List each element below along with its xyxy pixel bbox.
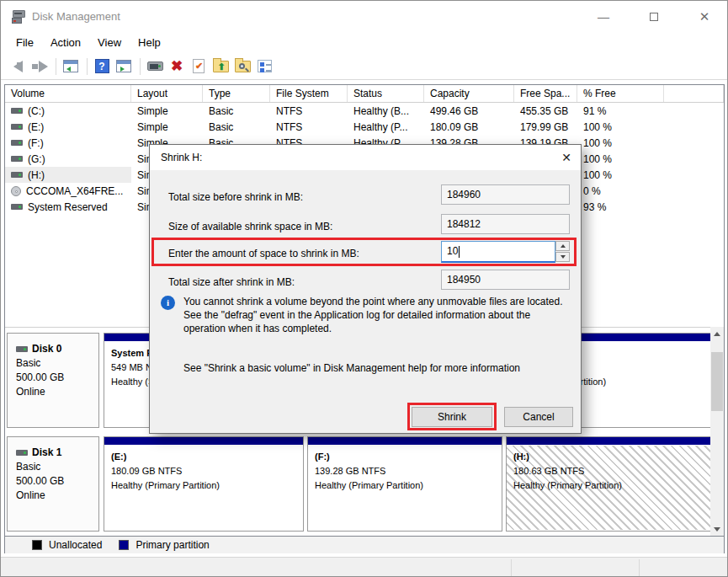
volume-name: System Reserved [28, 201, 108, 213]
total-before-label: Total size before shrink in MB: [168, 191, 303, 203]
partition-f[interactable]: (F:) 139.28 GB NTFS Healthy (Primary Par… [307, 436, 502, 532]
disk-name: Disk 0 [32, 342, 61, 356]
stepper-down-icon[interactable] [555, 252, 570, 262]
shrink-amount-input[interactable]: 10 [441, 241, 555, 263]
cell-status: Healthy (B... [348, 105, 424, 117]
column-pct-free[interactable]: % Free [577, 85, 664, 102]
menu-help[interactable]: Help [130, 33, 169, 53]
partition-status: Healthy (Primary Partition) [513, 478, 710, 493]
scroll-up-icon[interactable] [710, 327, 724, 340]
column-layout[interactable]: Layout [131, 85, 203, 102]
back-icon[interactable] [8, 56, 28, 77]
volume-name: (C:) [28, 105, 45, 117]
total-after-field: 184950 [441, 270, 570, 290]
partition-status: Healthy (Primary Partition) [111, 478, 303, 493]
scrollbar-thumb[interactable] [711, 352, 723, 411]
drive-icon [11, 124, 23, 130]
available-space-label: Size of available shrink space in MB: [168, 221, 332, 232]
folder-search-icon[interactable] [232, 56, 252, 77]
stepper-up-icon[interactable] [555, 241, 570, 251]
drive-icon [11, 156, 23, 162]
column-type[interactable]: Type [203, 85, 270, 102]
device-popup-icon[interactable] [145, 56, 165, 77]
toolbar-separator [56, 58, 56, 75]
dialog-close-icon[interactable]: ✕ [552, 145, 581, 170]
maximize-button[interactable] [635, 6, 673, 28]
toolbar: ? ✖ ✔ ⬆ [1, 53, 727, 80]
partition-name: (F:) [315, 450, 502, 464]
column-capacity[interactable]: Capacity [424, 85, 514, 102]
disk-status: Online [16, 489, 98, 503]
forward-icon[interactable] [29, 56, 50, 77]
shrink-button[interactable]: Shrink [412, 407, 492, 427]
column-filler [664, 85, 724, 102]
disk-1-row: Disk 1 Basic 500.00 GB Online (E:) 180.0… [5, 435, 712, 533]
cancel-button[interactable]: Cancel [504, 407, 573, 427]
cd-icon [11, 186, 21, 196]
cell-free: 179.99 GB [514, 121, 577, 133]
action-pane-icon[interactable] [114, 56, 134, 77]
table-row[interactable]: (C:) Simple Basic NTFS Healthy (B... 499… [5, 103, 724, 119]
drive-icon [11, 204, 23, 210]
status-bar [1, 557, 727, 577]
cell-type: Basic [203, 105, 270, 117]
disk-size: 500.00 GB [16, 371, 98, 385]
close-button[interactable]: ✕ [685, 6, 724, 28]
shrink-amount-stepper [555, 241, 570, 263]
checklist-icon[interactable] [254, 56, 274, 77]
volume-name: (F:) [28, 137, 44, 149]
shrink-amount-value: 10 [447, 242, 458, 261]
primary-partition-swatch [119, 540, 129, 550]
partition-status: Healthy (Primary Partition) [315, 478, 502, 493]
properties-check-icon[interactable]: ✔ [189, 56, 209, 77]
disk-icon [16, 346, 28, 352]
scroll-down-icon[interactable] [710, 522, 724, 536]
vertical-scrollbar[interactable] [710, 327, 724, 536]
partition-color-bar [507, 437, 710, 446]
cell-fs: NTFS [270, 105, 348, 117]
toolbar-separator [140, 58, 141, 75]
drive-icon [11, 140, 23, 146]
partition-h-selected[interactable]: (H:) 180.63 GB NTFS Healthy (Primary Par… [506, 436, 711, 532]
help-icon[interactable]: ? [92, 56, 112, 77]
disk-0-label[interactable]: Disk 0 Basic 500.00 GB Online [7, 333, 99, 428]
disk-management-icon [12, 10, 26, 24]
table-row[interactable]: (E:) Simple Basic NTFS Healthy (P... 180… [5, 119, 724, 135]
minimize-button[interactable]: — [584, 6, 623, 28]
cell-capacity: 180.09 GB [424, 121, 514, 133]
volume-name: (G:) [28, 153, 45, 165]
console-tree-icon[interactable] [61, 56, 81, 77]
dialog-title: Shrink H: [161, 152, 202, 163]
menu-view[interactable]: View [89, 33, 130, 53]
partition-e[interactable]: (E:) 180.09 GB NTFS Healthy (Primary Par… [104, 436, 304, 532]
toolbar-separator [87, 58, 88, 75]
status-divider [639, 559, 640, 576]
cell-pct-free: 100 % [577, 153, 664, 165]
disk-kind: Basic [16, 460, 98, 474]
maximize-icon [650, 13, 658, 21]
legend-bar: Unallocated Primary partition [5, 536, 724, 553]
info-icon: i [161, 296, 175, 310]
disk-1-label[interactable]: Disk 1 Basic 500.00 GB Online [7, 436, 99, 532]
cell-capacity: 499.46 GB [424, 105, 514, 117]
total-before-field: 184960 [441, 184, 570, 205]
cell-pct-free: 93 % [577, 201, 664, 213]
text-caret [459, 246, 460, 258]
delete-volume-icon[interactable]: ✖ [167, 56, 187, 77]
partition-color-bar [308, 437, 502, 446]
menu-action[interactable]: Action [42, 33, 89, 53]
cell-layout: Simple [131, 121, 203, 133]
cell-type: Basic [203, 121, 270, 133]
column-file-system[interactable]: File System [270, 85, 348, 102]
cell-status: Healthy (P... [348, 121, 424, 133]
cell-pct-free: 100 % [577, 137, 664, 149]
column-free-space[interactable]: Free Spa... [514, 85, 577, 102]
volume-name: (E:) [28, 121, 44, 133]
dialog-title-bar: Shrink H: ✕ [150, 145, 581, 170]
folder-up-icon[interactable]: ⬆ [210, 56, 231, 77]
menu-file[interactable]: File [8, 33, 42, 53]
dialog-help-text: See "Shrink a basic volume" in Disk Mana… [183, 362, 566, 374]
column-volume[interactable]: Volume [5, 85, 131, 102]
column-status[interactable]: Status [348, 85, 424, 102]
disk-size: 500.00 GB [16, 474, 98, 489]
